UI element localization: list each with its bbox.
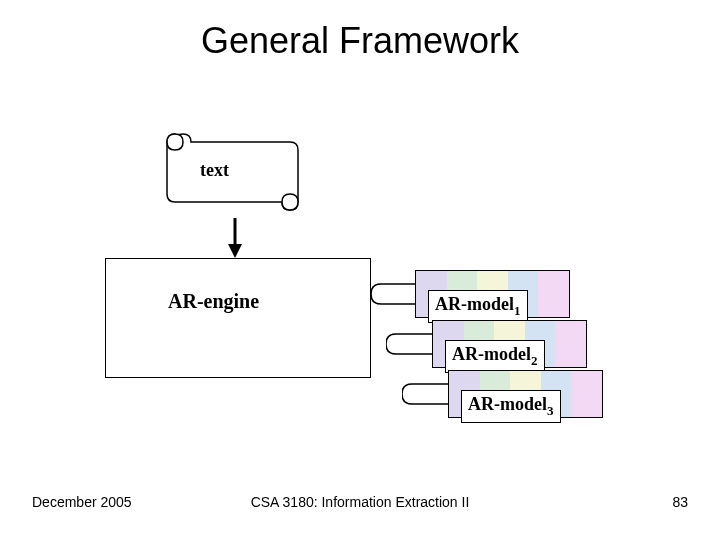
text-scroll-shape (165, 130, 305, 215)
ar-engine-box (105, 258, 371, 378)
footer-course: CSA 3180: Information Extraction II (0, 494, 720, 510)
svg-marker-1 (228, 244, 242, 258)
footer-page-number: 83 (672, 494, 688, 510)
slide-title: General Framework (0, 20, 720, 62)
ar-model-1-label: AR-model1 (428, 290, 528, 323)
ar-engine-label: AR-engine (168, 290, 259, 313)
ar-model-2-label: AR-model2 (445, 340, 545, 373)
scroll-label: text (200, 160, 229, 181)
ar-model-3-label: AR-model3 (461, 390, 561, 423)
arrow-text-to-engine (225, 218, 245, 260)
